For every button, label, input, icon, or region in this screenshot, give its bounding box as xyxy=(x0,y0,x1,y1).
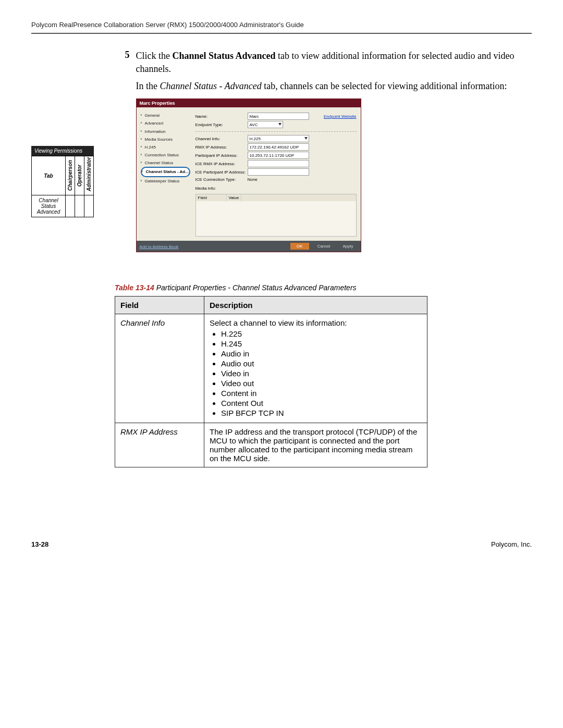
cancel-button[interactable]: Cancel xyxy=(313,243,335,250)
step-number: 5 xyxy=(115,50,136,278)
mi-head-value: Value xyxy=(227,194,242,201)
media-info-label: Media Info: xyxy=(195,186,357,191)
perm-col-administrator: Administrator xyxy=(85,157,93,194)
permissions-table: Viewing Permissions Tab Chairperson Oper… xyxy=(31,146,94,217)
step-paragraph-2: In the Channel Status - Advanced tab, ch… xyxy=(136,80,532,93)
endpoint-type-select[interactable]: AVC xyxy=(248,121,283,128)
sidebar-gatekeeper-status[interactable]: Gatekeeper Status xyxy=(141,177,190,185)
name-label: Name: xyxy=(195,114,248,119)
sidebar-general[interactable]: General xyxy=(141,112,190,119)
ice-participant-label: ICE Participant IP Address: xyxy=(195,169,248,175)
apply-button[interactable]: Apply xyxy=(339,243,358,250)
mi-head-field: Field xyxy=(196,194,227,201)
perm-col-operator: Operator xyxy=(76,157,83,194)
running-head: Polycom RealPresence Collaboration Serve… xyxy=(31,21,532,29)
rmx-ip-label: RMX IP Address: xyxy=(195,144,248,150)
ok-button[interactable]: OK xyxy=(290,243,309,250)
participant-ip-value: 10.253.72.11:1720 UDP xyxy=(248,152,309,159)
step-paragraph-1: Click the Channel Status Advanced tab to… xyxy=(136,50,532,76)
participant-properties-dialog: Marc Properties General Advanced Informa… xyxy=(136,98,361,252)
sidebar-channel-status-advanced[interactable]: Channel Status - Ad... xyxy=(141,167,190,177)
perm-tab-label: Tab xyxy=(32,156,66,195)
sidebar-advanced[interactable]: Advanced xyxy=(141,119,190,127)
participant-ip-label: Participant IP Address: xyxy=(195,153,248,158)
sidebar-media-sources[interactable]: Media Sources xyxy=(141,135,190,143)
channel-status-advanced-table: Field Description Channel Info Select a … xyxy=(115,296,427,467)
th-description: Description xyxy=(204,296,427,314)
sidebar-connection-status[interactable]: Connection Status xyxy=(141,151,190,159)
sidebar-h245[interactable]: H.245 xyxy=(141,143,190,151)
ice-participant-value xyxy=(248,168,309,176)
row-rmx-ip-desc: The IP address and the transport protoco… xyxy=(204,423,427,467)
permissions-title: Viewing Permissions xyxy=(31,146,94,156)
media-info-grid: Field Value xyxy=(195,194,357,237)
ice-rmx-label: ICE RMX IP Address: xyxy=(195,161,248,167)
endpoint-type-label: Endpoint Type: xyxy=(195,122,248,128)
header-rule xyxy=(31,33,532,34)
dialog-titlebar: Marc Properties xyxy=(137,99,361,108)
perm-row-channel-status-advanced: Channel Status Advanced xyxy=(32,195,66,217)
footer-company: Polycom, Inc. xyxy=(491,540,532,548)
table-caption: Table 13-14 Participant Properties - Cha… xyxy=(115,283,532,292)
rmx-ip-value: 172.22.190.42:49162 UDP xyxy=(248,143,309,151)
channel-info-label: Channel Info: xyxy=(195,136,248,142)
ice-conn-type-label: ICE Connection Type: xyxy=(195,177,248,182)
sidebar-channel-status[interactable]: Channel Status xyxy=(141,159,190,167)
page-number: 13-28 xyxy=(31,540,48,548)
row-channel-info-field: Channel Info xyxy=(115,314,204,423)
add-to-address-book-link[interactable]: Add to Address Book xyxy=(140,243,179,250)
ice-rmx-value xyxy=(248,160,309,167)
th-field: Field xyxy=(115,296,204,314)
endpoint-website-link[interactable]: Endpoint Website xyxy=(324,114,357,119)
channel-info-select[interactable]: H.225 xyxy=(248,135,309,142)
perm-col-chairperson: Chairperson xyxy=(66,157,74,194)
row-channel-info-desc: Select a channel to view its information… xyxy=(204,314,427,423)
name-input[interactable]: Marc xyxy=(248,113,309,120)
row-rmx-ip-field: RMX IP Address xyxy=(115,423,204,467)
sidebar-information[interactable]: Information xyxy=(141,128,190,135)
ice-conn-type-value: None xyxy=(248,177,258,182)
